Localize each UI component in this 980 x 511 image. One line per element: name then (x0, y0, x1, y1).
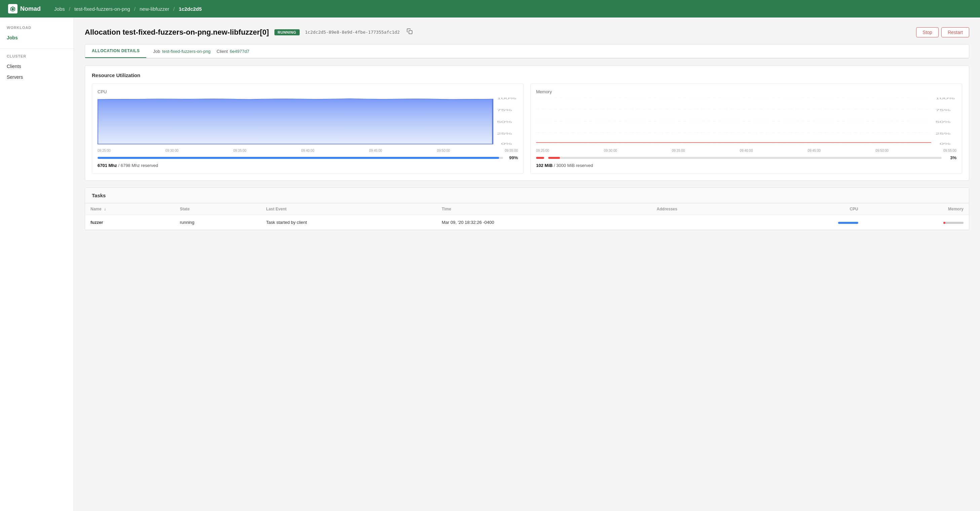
svg-text:50%: 50% (497, 120, 512, 123)
restart-button[interactable]: Restart (941, 27, 969, 37)
cpu-x-labels: 09:25:00 09:30:00 09:35:00 09:40:00 09:4… (97, 149, 518, 152)
sidebar-servers-label: Servers (7, 74, 23, 80)
col-time-label: Time (442, 207, 451, 211)
col-memory-label: Memory (948, 207, 964, 211)
tasks-title: Tasks (85, 188, 969, 203)
task-cpu-cell (758, 215, 864, 230)
stop-button[interactable]: Stop (916, 27, 939, 37)
cpu-progress: 99% (97, 155, 518, 160)
client-meta-link[interactable]: 6e4977d7 (230, 49, 249, 54)
sidebar: WORKLOAD Jobs CLUSTER Clients Servers (0, 18, 74, 511)
mem-time-6: 09:50:00 (875, 149, 889, 152)
top-nav: Nomad Jobs / test-fixed-fuzzers-on-png /… (0, 0, 980, 18)
col-memory[interactable]: Memory (864, 203, 969, 215)
col-addresses-label: Addresses (657, 207, 677, 211)
copy-id-button[interactable] (405, 27, 414, 37)
page-header: Allocation test-fixed-fuzzers-on-png.new… (85, 27, 969, 37)
task-name: fuzzer (91, 220, 103, 225)
mem-time-2: 09:30:00 (604, 149, 617, 152)
table-row[interactable]: fuzzer running Task started by client Ma… (85, 215, 969, 230)
svg-text:25%: 25% (935, 132, 951, 135)
breadcrumb-job[interactable]: test-fixed-fuzzers-on-png (74, 6, 130, 12)
cluster-section-label: CLUSTER (0, 54, 74, 61)
memory-reserved-val: 3000 MiB reserved (556, 163, 593, 168)
resource-utilization-card: Resource Utilization CPU (85, 65, 969, 181)
header-actions: Stop Restart (916, 27, 969, 37)
svg-text:25%: 25% (497, 132, 512, 135)
logo-icon (8, 4, 18, 13)
tabs-header: ALLOCATION DETAILS Job test-fixed-fuzzer… (85, 45, 969, 58)
sidebar-item-servers[interactable]: Servers (0, 72, 74, 83)
svg-text:0%: 0% (501, 142, 512, 145)
app-logo[interactable]: Nomad (8, 4, 41, 13)
tasks-table-header: Name ↓ State Last Event Time (85, 203, 969, 215)
svg-rect-3 (409, 30, 412, 34)
memory-progress: 3% (536, 155, 956, 160)
sep3: / (173, 6, 175, 12)
col-state-label: State (180, 207, 190, 211)
cpu-time-4: 09:40:00 (301, 149, 315, 152)
sidebar-item-jobs[interactable]: Jobs (0, 32, 74, 43)
task-addresses-cell (651, 215, 758, 230)
col-time[interactable]: Time (436, 203, 651, 215)
tab-allocation-details[interactable]: ALLOCATION DETAILS (85, 45, 146, 58)
sidebar-jobs-label: Jobs (7, 35, 18, 40)
cpu-progress-bar (97, 157, 503, 159)
task-time: Mar 09, '20 18:32:26 -0400 (442, 220, 494, 225)
cpu-time-5: 09:45:00 (369, 149, 382, 152)
memory-progress-fill (548, 157, 560, 159)
col-name[interactable]: Name ↓ (85, 203, 175, 215)
app-name: Nomad (20, 5, 41, 13)
col-last-event[interactable]: Last Event (261, 203, 436, 215)
col-state[interactable]: State (175, 203, 261, 215)
tasks-table: Name ↓ State Last Event Time (85, 203, 969, 230)
cpu-panel: CPU (92, 83, 523, 174)
svg-text:100%: 100% (935, 97, 955, 100)
sidebar-clients-label: Clients (7, 64, 21, 69)
col-cpu[interactable]: CPU (758, 203, 864, 215)
job-meta-link[interactable]: test-fixed-fuzzers-on-png (162, 49, 210, 54)
memory-label: Memory (536, 89, 956, 94)
breadcrumb: Jobs / test-fixed-fuzzers-on-png / new-l… (54, 6, 202, 12)
mem-time-3: 09:35:00 (672, 149, 685, 152)
cpu-time-6: 09:50:00 (437, 149, 450, 152)
memory-x-labels: 09:25:00 09:30:00 09:35:00 09:40:00 09:4… (536, 149, 956, 152)
tabs-meta: Job test-fixed-fuzzers-on-png Client 6e4… (146, 45, 256, 57)
col-name-label: Name (91, 207, 102, 211)
sort-icon: ↓ (104, 207, 106, 211)
sidebar-item-clients[interactable]: Clients (0, 61, 74, 72)
memory-progress-bar (548, 157, 942, 159)
tasks-card: Tasks Name ↓ State Last Event (85, 187, 969, 230)
memory-value: 102 MiB / 3000 MiB reserved (536, 163, 956, 168)
cpu-time-3: 09:35:00 (234, 149, 247, 152)
memory-panel: Memory 100% 7 (530, 83, 962, 174)
cpu-reserved-val: 6798 Mhz reserved (121, 163, 158, 168)
sidebar-divider (0, 48, 74, 49)
alloc-id: 1c2dc2d5-89e8-8e9d-4fbe-177355afc1d2 (305, 30, 400, 35)
mem-time-1: 09:25:00 (536, 149, 549, 152)
task-cpu-bar (838, 222, 858, 224)
col-cpu-label: CPU (850, 207, 858, 211)
cpu-time-7: 09:55:00 (505, 149, 518, 152)
client-meta-label: Client (216, 49, 228, 54)
layout: WORKLOAD Jobs CLUSTER Clients Servers Al… (0, 18, 980, 511)
task-time-cell: Mar 09, '20 18:32:26 -0400 (436, 215, 651, 230)
task-last-event-cell: Task started by client (261, 215, 436, 230)
mem-time-4: 09:40:00 (740, 149, 753, 152)
col-addresses[interactable]: Addresses (651, 203, 758, 215)
cpu-time-1: 09:25:00 (97, 149, 111, 152)
task-memory-cell (864, 215, 969, 230)
cpu-percent: 99% (507, 155, 518, 160)
breadcrumb-jobs[interactable]: Jobs (54, 6, 65, 12)
cpu-mhz: 6701 Mhz (97, 163, 117, 168)
mem-time-5: 09:45:00 (808, 149, 821, 152)
title-prefix: Allocation (85, 28, 123, 36)
cpu-progress-fill (97, 157, 499, 159)
task-name-cell: fuzzer (85, 215, 175, 230)
svg-text:100%: 100% (497, 97, 517, 100)
resource-title: Resource Utilization (92, 72, 962, 78)
svg-text:75%: 75% (497, 108, 512, 112)
memory-percent: 3% (946, 155, 956, 160)
breadcrumb-task-group[interactable]: new-libfuzzer (140, 6, 169, 12)
task-last-event: Task started by client (266, 220, 307, 225)
